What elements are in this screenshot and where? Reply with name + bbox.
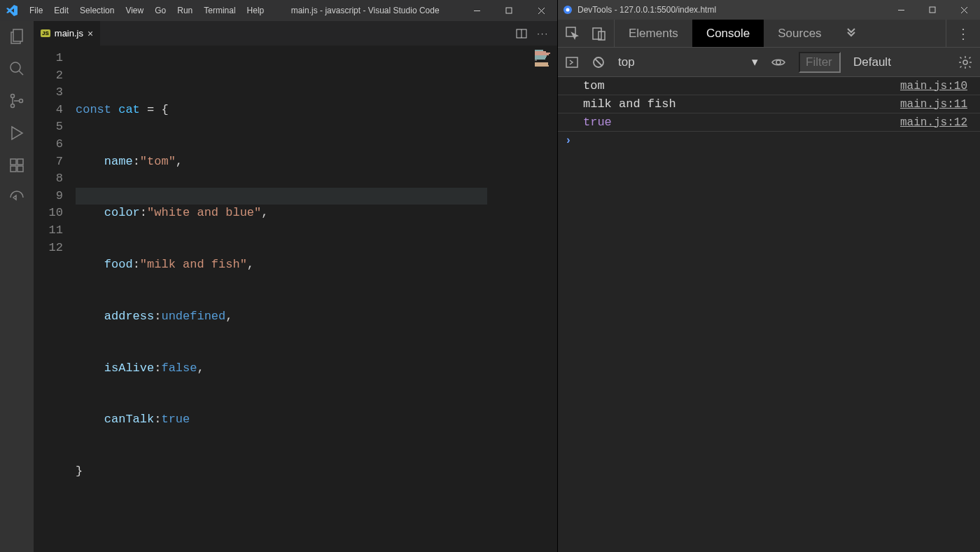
- devtools-titlebar: DevTools - 127.0.0.1:5500/index.html: [558, 0, 980, 20]
- log-levels-select[interactable]: Default: [853, 55, 891, 69]
- dt-maximize-button[interactable]: [917, 0, 948, 20]
- tab-elements[interactable]: Elements: [615, 20, 692, 47]
- vscode-menu: File Edit Selection View Go Run Terminal…: [24, 6, 270, 15]
- svg-point-4: [11, 104, 15, 108]
- chrome-icon: [558, 5, 578, 15]
- minimap[interactable]: [529, 46, 557, 552]
- menu-run[interactable]: Run: [172, 6, 198, 15]
- menu-file[interactable]: File: [24, 6, 48, 15]
- console-output[interactable]: tom main.js:10 milk and fish main.js:11 …: [558, 77, 980, 552]
- svg-rect-16: [930, 7, 935, 13]
- code-content[interactable]: const cat = { name:"tom", color:"white a…: [76, 46, 529, 552]
- line-gutter: 123 456 789 101112: [34, 46, 76, 552]
- run-debug-icon[interactable]: [8, 125, 25, 142]
- menu-help[interactable]: Help: [241, 6, 270, 15]
- activity-bar: [0, 21, 34, 552]
- svg-point-3: [11, 95, 15, 98]
- clear-console-icon[interactable]: [592, 55, 606, 69]
- console-sidebar-icon[interactable]: [565, 55, 579, 69]
- minimize-button[interactable]: [461, 0, 493, 21]
- svg-point-22: [776, 60, 780, 64]
- device-toolbar-icon[interactable]: [592, 26, 607, 41]
- vscode-logo-icon: [0, 5, 24, 16]
- more-actions-icon[interactable]: ···: [537, 28, 549, 39]
- explorer-icon[interactable]: [8, 28, 25, 45]
- console-source-link[interactable]: main.js:12: [900, 116, 967, 129]
- inspect-element-icon[interactable]: [565, 26, 580, 41]
- source-control-icon[interactable]: [8, 92, 25, 109]
- split-editor-icon[interactable]: [516, 28, 527, 39]
- maximize-button[interactable]: [493, 0, 525, 21]
- dt-minimize-button[interactable]: [886, 0, 917, 20]
- svg-rect-18: [593, 28, 601, 39]
- tab-filename: main.js: [55, 28, 83, 39]
- tab-bar: JS main.js × ···: [34, 21, 557, 46]
- tab-main-js[interactable]: JS main.js ×: [34, 21, 101, 46]
- vscode-titlebar: File Edit Selection View Go Run Terminal…: [0, 0, 557, 21]
- console-source-link[interactable]: main.js:11: [900, 98, 967, 111]
- tab-close-icon[interactable]: ×: [88, 28, 93, 39]
- tab-overflow-icon[interactable]: [836, 20, 867, 47]
- close-button[interactable]: [525, 0, 557, 21]
- console-settings-icon[interactable]: [958, 55, 973, 70]
- svg-point-2: [10, 62, 20, 72]
- console-source-link[interactable]: main.js:10: [900, 80, 967, 92]
- menu-view[interactable]: View: [120, 6, 149, 15]
- js-file-icon: JS: [41, 29, 50, 37]
- code-editor[interactable]: 123 456 789 101112 const cat = { name:"t…: [34, 46, 557, 552]
- console-message: milk and fish main.js:11: [558, 95, 980, 113]
- svg-point-15: [566, 8, 570, 12]
- tab-sources[interactable]: Sources: [764, 20, 835, 47]
- svg-rect-6: [10, 159, 16, 165]
- vscode-window: File Edit Selection View Go Run Terminal…: [0, 0, 557, 552]
- dt-close-button[interactable]: [948, 0, 980, 20]
- chevron-down-icon: ▾: [752, 55, 758, 69]
- editor-area: JS main.js × ··· 123 456 789 101112: [34, 21, 557, 552]
- svg-rect-0: [506, 8, 512, 13]
- devtools-window: DevTools - 127.0.0.1:5500/index.html Ele…: [557, 0, 980, 552]
- menu-terminal[interactable]: Terminal: [198, 6, 241, 15]
- tab-console[interactable]: Console: [692, 20, 764, 47]
- window-controls: [461, 0, 557, 21]
- vscode-body: JS main.js × ··· 123 456 789 101112: [0, 21, 557, 552]
- console-message: true main.js:12: [558, 113, 980, 132]
- devtools-tabbar: Elements Console Sources ⋮: [558, 20, 980, 48]
- svg-point-5: [20, 99, 23, 103]
- extensions-icon[interactable]: [8, 157, 25, 174]
- svg-point-23: [963, 60, 967, 64]
- menu-edit[interactable]: Edit: [48, 6, 74, 15]
- devtools-title: DevTools - 127.0.0.1:5500/index.html: [578, 5, 716, 15]
- menu-go[interactable]: Go: [149, 6, 172, 15]
- live-expression-icon[interactable]: [771, 55, 786, 70]
- console-message: tom main.js:10: [558, 77, 980, 95]
- console-toolbar: top ▾ Default: [558, 48, 980, 77]
- menu-selection[interactable]: Selection: [74, 6, 120, 15]
- vscode-window-title: main.js - javascript - Visual Studio Cod…: [270, 6, 461, 15]
- console-prompt-icon[interactable]: ›: [558, 132, 980, 150]
- live-share-icon[interactable]: [8, 189, 25, 206]
- console-filter-input[interactable]: [799, 52, 841, 73]
- svg-rect-7: [18, 159, 23, 165]
- devtools-menu-icon[interactable]: ⋮: [946, 20, 980, 47]
- svg-rect-1: [13, 29, 22, 41]
- execution-context-select[interactable]: top ▾: [618, 55, 758, 69]
- search-icon[interactable]: [8, 60, 25, 77]
- svg-rect-9: [18, 166, 23, 172]
- svg-rect-8: [10, 166, 16, 172]
